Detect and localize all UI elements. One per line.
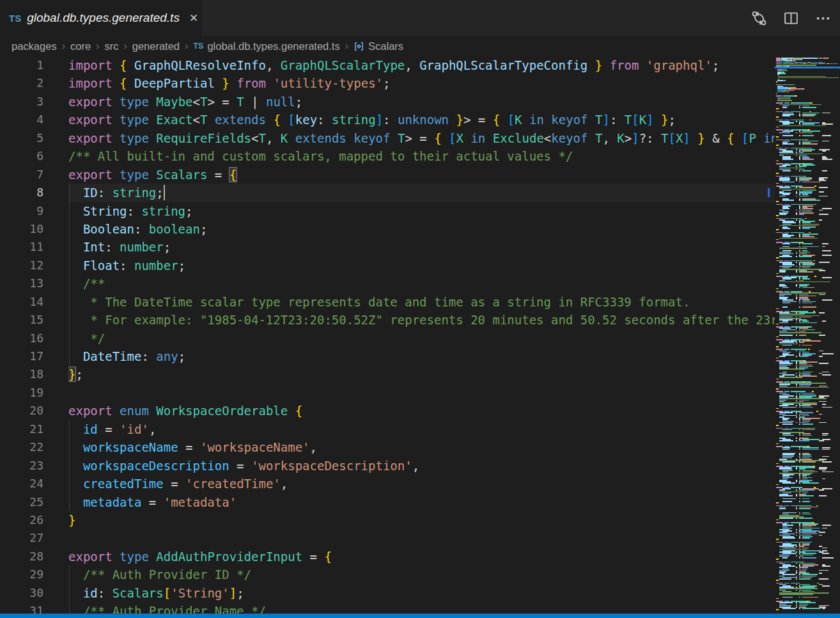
code-line[interactable]: Boolean: boolean;	[68, 220, 775, 238]
code-line[interactable]: * For example: "1985-04-12T23:20:50.52Z"…	[68, 311, 775, 329]
line-number[interactable]: 18	[0, 365, 43, 383]
code-line[interactable]: id = 'id',	[68, 420, 775, 438]
line-number[interactable]: 3	[0, 93, 43, 111]
minimap-line	[796, 438, 797, 439]
code-line[interactable]: };	[68, 365, 775, 383]
code-line[interactable]: import { DeepPartial } from 'utility-typ…	[68, 74, 775, 92]
minimap[interactable]	[775, 56, 840, 614]
code-line[interactable]: Int: number;	[68, 238, 775, 256]
open-changes-icon[interactable]	[751, 10, 767, 26]
code-lines[interactable]: import { GraphQLResolveInfo, GraphQLScal…	[68, 56, 775, 614]
code-line[interactable]: export enum WorkspaceOrderable {	[68, 402, 775, 420]
minimap-line	[834, 63, 837, 65]
code-line[interactable]: metadata = 'metadata'	[68, 493, 775, 511]
minimap-line	[819, 262, 830, 263]
line-number[interactable]: 11	[0, 238, 43, 256]
code-editor[interactable]: 1234567891011121314151617181920212223242…	[0, 56, 840, 614]
line-number[interactable]: 23	[0, 457, 43, 475]
code-line[interactable]: workspaceDescription = 'workspaceDescrip…	[68, 457, 775, 475]
line-number[interactable]: 29	[0, 566, 43, 583]
code-line[interactable]	[68, 529, 775, 547]
code-line[interactable]: id: Scalars['String'];	[68, 584, 775, 602]
code-line[interactable]: /**	[68, 274, 775, 292]
minimap-line	[776, 127, 779, 128]
line-number[interactable]: 31	[0, 602, 43, 614]
indent-guide	[69, 347, 70, 365]
line-number[interactable]: 16	[0, 329, 43, 347]
more-actions-icon[interactable]	[814, 10, 831, 26]
minimap-line	[799, 135, 800, 136]
breadcrumb-item-packages[interactable]: packages	[12, 40, 57, 52]
code-line[interactable]: workspaceName = 'workspaceName',	[68, 438, 775, 456]
line-numbers[interactable]: 1234567891011121314151617181920212223242…	[0, 56, 43, 614]
minimap-line	[819, 546, 822, 547]
code-line[interactable]: String: string;	[68, 202, 775, 220]
code-line[interactable]: export type Maybe<T> = T | null;	[68, 93, 775, 111]
line-number[interactable]: 13	[0, 274, 43, 292]
line-number[interactable]: 28	[0, 548, 43, 566]
line-number[interactable]: 24	[0, 475, 43, 493]
code-line[interactable]: export type AddAuthProviderInput = {	[68, 548, 775, 566]
line-number[interactable]: 12	[0, 257, 43, 274]
line-number[interactable]: 20	[0, 402, 43, 420]
code-line[interactable]: */	[68, 329, 775, 347]
breadcrumb-label: core	[70, 40, 91, 52]
minimap-line	[822, 243, 828, 244]
code-line[interactable]: Float: number;	[68, 257, 775, 274]
code-line[interactable]: import { GraphQLResolveInfo, GraphQLScal…	[68, 56, 775, 74]
line-number[interactable]: 15	[0, 311, 43, 329]
minimap-line	[776, 136, 779, 138]
line-number[interactable]: 6	[0, 147, 43, 165]
line-number[interactable]: 14	[0, 293, 43, 311]
breadcrumb-item-generated[interactable]: generated	[132, 40, 180, 52]
line-number[interactable]: 26	[0, 511, 43, 529]
tab-global-db-types-generated[interactable]: TS global.db.types.generated.ts ✕	[0, 0, 202, 36]
breadcrumb-item-global-db-types-generated-ts[interactable]: TSglobal.db.types.generated.ts	[193, 40, 339, 52]
code-line[interactable]: /** All built-in and custom scalars, map…	[68, 147, 775, 165]
code-line[interactable]: * The DateTime scalar type represents da…	[68, 293, 775, 311]
close-tab-icon[interactable]: ✕	[187, 12, 200, 25]
minimap-line	[776, 145, 779, 146]
code-line[interactable]: }	[68, 511, 775, 529]
line-number[interactable]: 27	[0, 529, 43, 547]
minimap-line	[782, 182, 795, 183]
line-number[interactable]: 4	[0, 111, 43, 129]
minimap-line	[796, 556, 797, 557]
code-line[interactable]: /** Auth Provider Name */	[68, 602, 775, 614]
minimap-line	[802, 200, 820, 201]
line-number[interactable]: 5	[0, 129, 43, 147]
line-number[interactable]: 7	[0, 166, 43, 184]
code-line[interactable]: createdTime = 'createdTime',	[68, 475, 775, 493]
code-line[interactable]: /** Auth Provider ID */	[68, 566, 775, 583]
minimap-line	[777, 91, 782, 93]
breadcrumb-item-core[interactable]: core	[70, 40, 91, 52]
code-line[interactable]: DateTime: any;	[68, 347, 775, 365]
code-line[interactable]	[68, 384, 775, 402]
minimap-line	[819, 270, 825, 271]
line-number[interactable]: 30	[0, 584, 43, 602]
split-editor-icon[interactable]	[782, 10, 799, 26]
minimap-line	[777, 80, 782, 81]
line-number[interactable]: 1	[0, 56, 43, 74]
minimap-line	[776, 229, 779, 230]
code-line[interactable]: ID: string;	[68, 184, 775, 202]
line-number[interactable]: 9	[0, 202, 43, 220]
line-number[interactable]: 10	[0, 220, 43, 238]
line-number[interactable]: 17	[0, 347, 43, 365]
minimap-line	[822, 557, 834, 559]
minimap-line	[779, 335, 793, 336]
minimap-line	[799, 501, 800, 502]
breadcrumb-item-scalars[interactable]: Scalars	[354, 40, 403, 52]
code-line[interactable]: export type Exact<T extends { [key: stri…	[68, 111, 775, 129]
line-number[interactable]: 22	[0, 438, 43, 456]
minimap-line	[814, 276, 816, 277]
line-number[interactable]: 2	[0, 74, 43, 92]
line-number[interactable]: 25	[0, 493, 43, 511]
code-line[interactable]: export type Scalars = {	[68, 166, 775, 184]
indent-guide	[69, 602, 70, 614]
line-number[interactable]: 21	[0, 420, 43, 438]
line-number[interactable]: 8	[0, 184, 43, 202]
code-line[interactable]: export type RequireFields<T, K extends k…	[68, 129, 775, 147]
line-number[interactable]: 19	[0, 384, 43, 402]
breadcrumb-item-src[interactable]: src	[104, 40, 118, 52]
